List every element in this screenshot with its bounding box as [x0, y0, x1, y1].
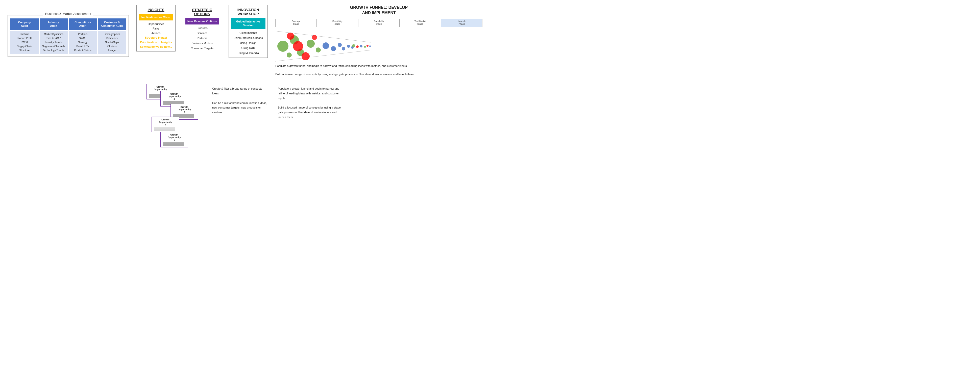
- svg-point-2: [277, 41, 288, 52]
- insights-item-risks: Risks: [153, 27, 159, 30]
- innovation-panel: INNOVATIONWORKSHOP Guided InteractiveSes…: [229, 5, 268, 58]
- audit-header-company: CompanyAudit: [10, 18, 39, 30]
- funnel-chart: [275, 29, 371, 64]
- stage-launch: LaunchPhase: [441, 19, 482, 27]
- svg-point-18: [352, 44, 355, 47]
- audit-col-company: PortfolioProduct ProfitSWOTSupply ChainS…: [10, 31, 39, 54]
- funnel-stages-row: ConceptStage FeasibilityStage Capability…: [275, 19, 482, 27]
- svg-point-9: [302, 52, 310, 60]
- svg-point-12: [323, 43, 329, 49]
- growth-funnel-title: GROWTH FUNNEL: DEVELOPAND IMPLEMENT: [275, 5, 482, 16]
- innovation-item-strategic: Using Strategic Options: [234, 36, 263, 40]
- audit-headers-row: CompanyAudit IndustryAudit CompetitorsAu…: [10, 18, 126, 30]
- strategic-items-list: Products Services Partners Business Mode…: [185, 26, 219, 50]
- svg-point-20: [360, 45, 363, 48]
- audit-header-industry: IndustryAudit: [40, 18, 68, 30]
- svg-point-15: [342, 47, 345, 51]
- insights-item-prioritization: Prioritization of Insights: [140, 40, 172, 44]
- insights-highlight: Implications for Client: [138, 14, 173, 21]
- audit-header-competitors: CompetitorsAudit: [69, 18, 97, 30]
- svg-point-19: [356, 46, 359, 48]
- growth-card-5: GrowthOpportunity5: [161, 132, 188, 148]
- insights-item-structure: Structure Impact: [145, 36, 167, 40]
- insights-item-actions: Actions: [151, 31, 161, 35]
- strategic-title: STRATEGICOPTIONS: [192, 8, 212, 16]
- innovation-title: INNOVATIONWORKSHOP: [237, 8, 259, 16]
- insights-item-opportunities: Opportunities: [148, 22, 164, 26]
- growth-card-4: GrowthOpportunity4: [151, 117, 179, 132]
- stage-feasibility: FeasibilityStage: [317, 19, 358, 27]
- svg-point-14: [338, 43, 342, 47]
- svg-point-21: [364, 46, 366, 48]
- growth-funnel-panel: GROWTH FUNNEL: DEVELOPAND IMPLEMENT Conc…: [275, 5, 482, 76]
- innovation-item-design: Using Design: [240, 41, 256, 45]
- growth-funnel-desc2: Build a focused range of concepts by usi…: [275, 73, 414, 76]
- svg-point-7: [287, 52, 292, 57]
- strategic-panel: STRATEGICOPTIONS New Revenue Options Pro…: [183, 5, 221, 53]
- innovation-item-insights: Using Insights: [239, 31, 257, 35]
- growth-funnel-bottom-desc: Populate a growth funnel and begin to na…: [278, 84, 344, 119]
- stage-concept: ConceptStage: [275, 19, 317, 27]
- stage-capability: CapabilityStage: [358, 19, 399, 27]
- insights-title: INSIGHTS: [148, 8, 164, 12]
- strategic-highlight: New Revenue Options: [185, 18, 219, 24]
- growth-funnel-description: Populate a growth funnel and begin to na…: [275, 64, 482, 76]
- innovation-item-multimedia: Using Multimedia: [237, 51, 259, 55]
- insights-panel: INSIGHTS Implications for Client Opportu…: [137, 5, 175, 51]
- audit-col-competitors: PortfolioSWOTStrategyBrand POVProduct Cl…: [69, 31, 97, 54]
- growth-card-3-title: GrowthOpportunity3: [173, 106, 196, 113]
- audit-col-customer: DemographicsBehaviorsNeeds/GapsClustersU…: [98, 31, 126, 54]
- strategic-item-services: Services: [197, 31, 207, 35]
- business-assessment-panel: Business & Market Assessment CompanyAudi…: [8, 15, 129, 57]
- innovation-highlight: Guided InteractiveSession: [231, 18, 266, 29]
- svg-point-23: [369, 46, 371, 47]
- growth-card-4-title: GrowthOpportunity4: [154, 118, 177, 126]
- svg-point-16: [347, 45, 350, 48]
- svg-point-11: [312, 35, 317, 40]
- main-container: Business & Market Assessment CompanyAudi…: [0, 0, 490, 81]
- svg-point-22: [366, 45, 369, 47]
- svg-point-5: [307, 40, 315, 48]
- innovation-description: Create & filter a broad range of concept…: [212, 84, 268, 114]
- audit-header-customer: Customer &Consumer Audit: [98, 18, 126, 30]
- growth-opportunities-container: GrowthOpportunity1 GrowthOpportunity2 Gr…: [146, 84, 202, 152]
- svg-point-8: [287, 33, 294, 40]
- stage-test-market: Test MarketStage: [399, 19, 441, 27]
- strategic-item-consumer-targets: Consumer Targets: [191, 46, 213, 50]
- insights-items-list: Opportunities Risks Actions Structure Im…: [138, 22, 173, 49]
- audit-columns-row: PortfolioProduct ProfitSWOTSupply ChainS…: [10, 31, 126, 54]
- svg-point-13: [331, 46, 336, 51]
- svg-point-10: [293, 41, 303, 51]
- growth-card-2-title: GrowthOpportunity2: [163, 93, 186, 100]
- growth-card-5-title: GrowthOpportunity5: [163, 133, 186, 141]
- strategic-item-partners: Partners: [197, 36, 207, 40]
- business-assessment-title: Business & Market Assessment: [43, 12, 93, 16]
- strategic-item-business-models: Business Models: [191, 41, 212, 45]
- strategic-item-products: Products: [197, 26, 207, 30]
- insights-item-sowhat: So what do we do now...: [140, 45, 172, 49]
- innovation-items-list: Using Insights Using Strategic Options U…: [231, 31, 266, 55]
- innovation-item-rd: Using R&D: [241, 46, 255, 50]
- audit-col-industry: Market DynamicsSize / CAGRIndustry Trend…: [40, 31, 68, 54]
- growth-funnel-desc1: Populate a growth funnel and begin to na…: [275, 64, 407, 67]
- svg-point-6: [316, 48, 321, 52]
